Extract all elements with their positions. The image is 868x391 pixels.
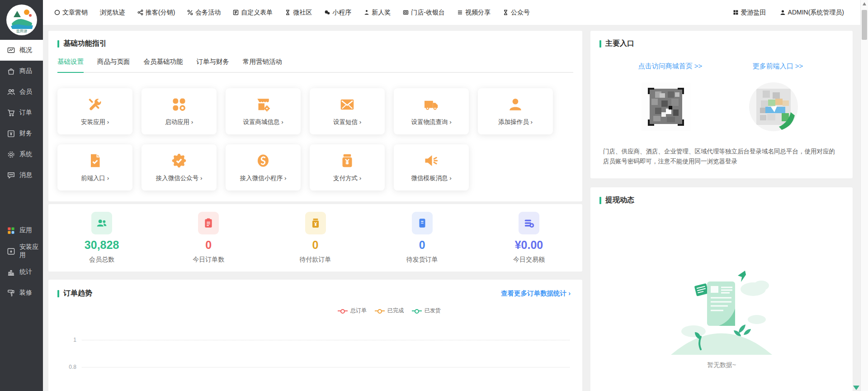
- system-gear-icon: [7, 150, 15, 159]
- order-trend-panel: 订单趋势 查看更多订单数据统计 › 总订单 已完成 已发货: [48, 280, 582, 391]
- stat-value: 0: [312, 238, 319, 252]
- sidebar-item-orders[interactable]: 订单: [0, 102, 43, 123]
- store-cashier-icon: [403, 10, 409, 15]
- article-marketing-icon: [54, 10, 60, 15]
- topnav-label: 推客(分销): [146, 9, 175, 17]
- topnav-store-cashier[interactable]: 门店-收银台: [403, 9, 445, 17]
- tab-marketing[interactable]: 常用营销活动: [243, 57, 282, 73]
- topnav-browse-track[interactable]: 浏览轨迹: [100, 9, 125, 17]
- sidebar-item-apps[interactable]: 应用: [0, 220, 43, 241]
- sidebar-item-label: 装修: [19, 289, 32, 297]
- legend-completed[interactable]: 已完成: [375, 307, 404, 315]
- custom-form-icon: [233, 10, 239, 15]
- guide-card-frontend-entry[interactable]: 前端入口 ›: [57, 144, 132, 191]
- sidebar-item-goods[interactable]: 商品: [0, 61, 43, 81]
- sidebar-item-statistics[interactable]: 统计: [0, 262, 43, 282]
- topnav-community[interactable]: 微社区: [285, 9, 312, 17]
- store-gear-icon: [255, 96, 271, 113]
- truck-icon: [423, 96, 439, 113]
- entry-links: 点击访问商城首页 >> 更多前端入口 >>: [599, 62, 842, 71]
- sidebar-item-finance[interactable]: 财务: [0, 123, 43, 144]
- withdraw-empty-state: 暂无数据~: [590, 264, 853, 369]
- topnav-video-share[interactable]: 视频分享: [457, 9, 491, 17]
- topnav-mini-program[interactable]: 小程序: [324, 9, 351, 17]
- sidebar-item-decorate[interactable]: 装修: [0, 282, 43, 303]
- more-order-stats-link[interactable]: 查看更多订单数据统计 ›: [501, 289, 571, 298]
- topnav-label: 小程序: [332, 9, 351, 17]
- guide-card-wechat-miniapp[interactable]: 接入微信小程序 ›: [226, 144, 301, 191]
- sidebar-item-system[interactable]: 系统: [0, 144, 43, 165]
- sidebar-item-label: 财务: [19, 129, 32, 138]
- legend-shipped[interactable]: 已发货: [412, 307, 441, 315]
- stat-today-revenue[interactable]: ¥0.00 今日交易额: [476, 212, 582, 264]
- stat-label: 会员总数: [89, 256, 114, 264]
- guide-card-label: 前端入口 ›: [81, 174, 109, 182]
- megaphone-icon: [423, 153, 439, 169]
- guide-panel-title: 基础功能指引: [57, 39, 573, 48]
- scrollbar-up-arrow-icon[interactable]: [863, 2, 866, 5]
- guide-card-payment[interactable]: 支付方式 ›: [310, 144, 385, 191]
- admin-user-icon: [780, 10, 786, 15]
- app-logo: 盐田游: [0, 0, 43, 40]
- stat-total-members[interactable]: 30,828 会员总数: [48, 212, 155, 264]
- guide-card-store-info[interactable]: 设置商城信息 ›: [226, 88, 301, 134]
- topbar: 文章营销 浏览轨迹 推客(分销) 会务活动 自定义表单 微社区 小程序 新人奖: [43, 0, 860, 25]
- stat-today-orders[interactable]: 0 今日订单数: [155, 212, 262, 264]
- admin-menu[interactable]: ADMIN(系统管理员): [780, 9, 844, 17]
- sidebar-item-label: 系统: [19, 150, 32, 158]
- stat-pending-payment[interactable]: 0 待付款订单: [262, 212, 368, 264]
- guide-cards-row-2: 前端入口 › 接入微信公众号 › 接入微信小程序 › 支付方式 › 微信模板消息…: [57, 144, 573, 191]
- topnav-distribution[interactable]: 推客(分销): [137, 9, 175, 17]
- sidebar-item-label: 消息: [19, 171, 32, 179]
- title-accent-bar: [57, 290, 59, 297]
- message-icon: [7, 171, 15, 180]
- sidebar-item-label: 订单: [19, 109, 32, 117]
- more-frontend-entry-link[interactable]: 更多前端入口 >>: [753, 62, 803, 71]
- scrollbar-thumb[interactable]: [862, 10, 867, 40]
- guide-card-label: 接入微信公众号 ›: [156, 174, 203, 182]
- page-scrollbar[interactable]: [860, 0, 868, 391]
- topnav-article-marketing[interactable]: 文章营销: [54, 9, 88, 17]
- trend-title-text: 订单趋势: [63, 289, 92, 298]
- sidebar-item-message[interactable]: 消息: [0, 165, 43, 186]
- event-link-icon: [187, 10, 193, 15]
- tab-member-basics[interactable]: 会员基础功能: [144, 57, 183, 73]
- guide-card-sms[interactable]: 设置短信 ›: [310, 88, 385, 134]
- sidebar-item-install-app[interactable]: 安装应用: [0, 241, 43, 262]
- trend-panel-title: 订单趋势: [57, 289, 92, 298]
- visit-mall-home-link[interactable]: 点击访问商城首页 >>: [638, 62, 703, 71]
- shop-name: 爱游盐田: [741, 9, 766, 17]
- guide-card-label: 支付方式 ›: [333, 174, 361, 182]
- guide-card-label: 设置商城信息 ›: [243, 118, 283, 126]
- stat-pending-shipment[interactable]: 0 待发货订单: [369, 212, 476, 264]
- stat-label: 待付款订单: [300, 256, 331, 264]
- guide-card-launch-app[interactable]: 启动应用 ›: [142, 88, 217, 134]
- topnav-label: 视频分享: [465, 9, 491, 17]
- stat-label: 今日交易额: [513, 256, 545, 264]
- guide-card-template-message[interactable]: 微信模板消息 ›: [394, 144, 469, 191]
- guide-card-logistics[interactable]: 设置物流查询 ›: [394, 88, 469, 134]
- topnav-official-account[interactable]: 公众号: [503, 9, 530, 17]
- topnav-custom-form[interactable]: 自定义表单: [233, 9, 273, 17]
- topnav-event[interactable]: 会务活动: [187, 9, 221, 17]
- tab-basic-settings[interactable]: 基础设置: [57, 57, 84, 73]
- topnav-newcomer-award[interactable]: 新人奖: [363, 9, 391, 17]
- legend-marker-green: [412, 309, 422, 313]
- shop-switcher[interactable]: 爱游盐田: [733, 9, 766, 17]
- sidebar: 盐田游 概况 商品 会员 订单 财务 系统 消息: [0, 0, 43, 391]
- guide-tabs: 基础设置 商品与页面 会员基础功能 订单与财务 常用营销活动: [57, 57, 573, 73]
- sidebar-item-overview[interactable]: 概况: [0, 40, 43, 61]
- stat-label: 今日订单数: [193, 256, 224, 264]
- legend-total-orders[interactable]: 总订单: [338, 307, 367, 315]
- stats-panel: 30,828 会员总数 0 今日订单数 0 待付款订单: [48, 204, 582, 272]
- overview-icon: [7, 46, 15, 55]
- decorate-icon: [7, 289, 15, 297]
- tab-orders-finance[interactable]: 订单与财务: [197, 57, 230, 73]
- tab-goods-pages[interactable]: 商品与页面: [97, 57, 130, 73]
- scroll-down-hint-icon[interactable]: [853, 386, 859, 390]
- sidebar-item-members[interactable]: 会员: [0, 81, 43, 102]
- guide-card-add-operator[interactable]: 添加操作员 ›: [478, 88, 553, 134]
- doc-check-icon: [87, 153, 103, 169]
- guide-card-install-app[interactable]: 安装应用 ›: [57, 88, 132, 134]
- guide-card-wechat-official[interactable]: 接入微信公众号 ›: [142, 144, 217, 191]
